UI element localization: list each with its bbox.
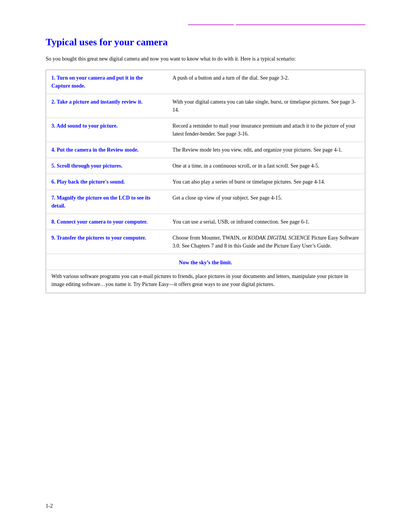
table-left-col: 2. Take a picture and instantly review i…: [46, 94, 167, 118]
table-row: 6. Play back the picture's sound.You can…: [46, 174, 365, 190]
header-line-long: [236, 24, 365, 25]
table-row: 9. Transfer the pictures to your compute…: [46, 230, 365, 254]
header-line-short: [188, 24, 234, 25]
page-number: 1-2: [46, 503, 53, 509]
table-row: 5. Scroll through your pictures.One at a…: [46, 158, 365, 174]
page: Typical uses for your camera So you boug…: [0, 0, 411, 532]
table-right-col: You can also play a series of burst or t…: [167, 174, 365, 190]
table-right-col: With your digital camera you can take si…: [167, 94, 365, 118]
table-left-col: 5. Scroll through your pictures.: [46, 158, 167, 174]
table-right-col: You can use a serial, USB, or infrared c…: [167, 214, 365, 230]
table-row: 8. Connect your camera to your computer.…: [46, 214, 365, 230]
table-left-col: 6. Play back the picture's sound.: [46, 174, 167, 190]
main-table: 1. Turn on your camera and put it in the…: [46, 70, 365, 293]
table-left-col: 1. Turn on your camera and put it in the…: [46, 70, 167, 94]
table-row: 2. Take a picture and instantly review i…: [46, 94, 365, 118]
table-right-col: The Review mode lets you view, edit, and…: [167, 142, 365, 158]
table-row: 4. Put the camera in the Review mode.The…: [46, 142, 365, 158]
now-sky-text: Now the sky’s the limit.: [46, 254, 365, 270]
table-right-col: Choose from Mounter, TWAIN, or KODAK DIG…: [167, 230, 365, 254]
intro-text: So you bought this great new digital cam…: [46, 55, 365, 63]
table-left-col: 9. Transfer the pictures to your compute…: [46, 230, 167, 254]
header-decoration: [46, 23, 365, 25]
page-title: Typical uses for your camera: [46, 37, 365, 48]
table-right-col: A push of a button and a turn of the dia…: [167, 70, 365, 94]
closing-row: With various software programs you can e…: [46, 270, 365, 293]
table-row: 3. Add sound to your picture.Record a re…: [46, 118, 365, 142]
table-right-col: Record a reminder to mail your insurance…: [167, 118, 365, 142]
table-left-col: 8. Connect your camera to your computer.: [46, 214, 167, 230]
table-left-col: 3. Add sound to your picture.: [46, 118, 167, 142]
now-sky-row: Now the sky’s the limit.: [46, 254, 365, 270]
table-left-col: 7. Magnify the picture on the LCD to see…: [46, 190, 167, 214]
closing-text: With various software programs you can e…: [46, 270, 365, 293]
table-row: 1. Turn on your camera and put it in the…: [46, 70, 365, 94]
table-row: 7. Magnify the picture on the LCD to see…: [46, 190, 365, 214]
table-right-col: One at a time, in a continuous scroll, o…: [167, 158, 365, 174]
table-left-col: 4. Put the camera in the Review mode.: [46, 142, 167, 158]
table-right-col: Get a close up view of your subject. See…: [167, 190, 365, 214]
